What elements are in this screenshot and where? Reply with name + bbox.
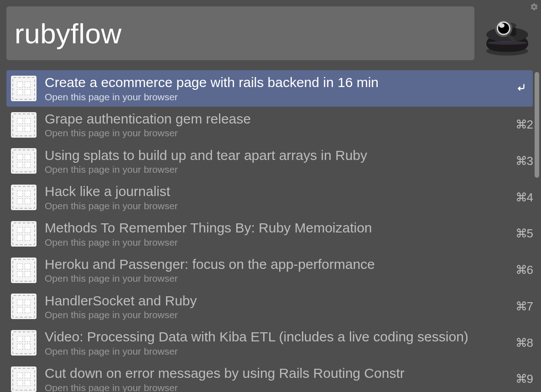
result-page-icon [11,76,36,101]
result-title: Cut down on error messages by using Rail… [45,365,502,382]
result-subtitle: Open this page in your browser [45,200,502,212]
result-item[interactable]: HandlerSocket and Ruby Open this page in… [0,289,541,325]
result-text: Methods To Remember Things By: Ruby Memo… [45,219,502,248]
search-row [0,0,541,61]
result-shortcut: ⌘2 [510,118,533,132]
result-page-icon [11,185,36,210]
result-page-icon [11,221,36,247]
result-title: Hack like a journalist [45,183,502,200]
result-shortcut: ⌘6 [510,263,533,277]
result-shortcut: ⌘4 [510,191,533,205]
result-text: Grape authentication gem release Open th… [45,110,502,139]
result-title: Using splats to build up and tear apart … [45,147,502,164]
results-list: Create a ecommerce page with rails backe… [0,70,541,392]
result-text: Create a ecommerce page with rails backe… [45,74,496,103]
result-subtitle: Open this page in your browser [45,382,502,392]
result-item[interactable]: Methods To Remember Things By: Ruby Memo… [0,216,541,252]
alfred-app-icon [480,6,535,61]
result-text: Using splats to build up and tear apart … [45,147,502,176]
result-item[interactable]: Create a ecommerce page with rails backe… [6,70,533,107]
result-title: Video: Processing Data with Kiba ETL (in… [45,328,502,346]
scrollbar[interactable] [535,72,539,178]
result-subtitle: Open this page in your browser [45,164,502,175]
result-title: Grape authentication gem release [45,110,502,128]
result-page-icon [11,112,36,138]
result-text: Heroku and Passenger: focus on the app-p… [45,256,502,285]
result-page-icon [11,148,36,174]
result-subtitle: Open this page in your browser [45,127,502,139]
result-title: Create a ecommerce page with rails backe… [45,74,496,91]
result-subtitle: Open this page in your browser [45,91,496,103]
search-input[interactable] [6,6,474,60]
result-text: HandlerSocket and Ruby Open this page in… [45,292,502,321]
result-page-icon [11,258,36,283]
result-subtitle: Open this page in your browser [45,309,502,321]
result-subtitle: Open this page in your browser [45,237,502,248]
result-shortcut: ⌘9 [510,372,533,386]
result-subtitle: Open this page in your browser [45,346,502,357]
result-item[interactable]: Cut down on error messages by using Rail… [0,361,541,392]
result-shortcut: ⌘8 [510,336,533,350]
svg-point-6 [499,23,505,28]
result-item[interactable]: Grape authentication gem release Open th… [0,107,541,143]
return-icon [515,81,527,93]
result-item[interactable]: Video: Processing Data with Kiba ETL (in… [0,325,541,361]
result-title: HandlerSocket and Ruby [45,292,502,309]
result-subtitle: Open this page in your browser [45,273,502,284]
result-title: Heroku and Passenger: focus on the app-p… [45,256,502,273]
result-shortcut: ⌘7 [510,299,533,314]
result-shortcut: ⌘3 [510,154,533,168]
scrollbar-thumb[interactable] [535,72,539,178]
result-item[interactable]: Heroku and Passenger: focus on the app-p… [0,252,541,289]
result-page-icon [11,330,36,356]
result-shortcut [505,81,527,96]
result-page-icon [11,366,36,392]
result-item[interactable]: Hack like a journalist Open this page in… [0,179,541,216]
result-page-icon [11,294,36,319]
result-title: Methods To Remember Things By: Ruby Memo… [45,219,502,237]
result-text: Cut down on error messages by using Rail… [45,365,502,392]
result-item[interactable]: Using splats to build up and tear apart … [0,143,541,180]
result-text: Hack like a journalist Open this page in… [45,183,502,212]
result-shortcut: ⌘5 [510,227,533,241]
svg-point-3 [487,41,527,45]
result-text: Video: Processing Data with Kiba ETL (in… [45,328,502,357]
